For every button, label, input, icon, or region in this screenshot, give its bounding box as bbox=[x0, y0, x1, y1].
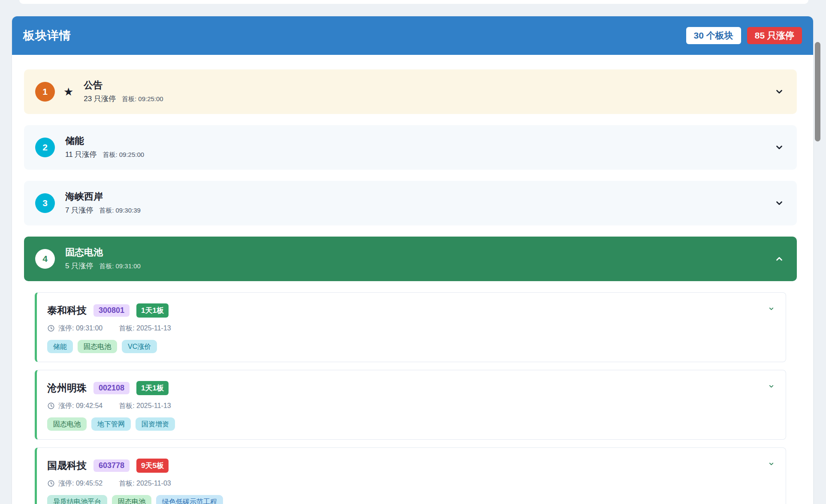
sector-limit-up-count: 5 只涨停 bbox=[65, 261, 93, 271]
limit-up-time: 涨停: 09:31:00 bbox=[58, 324, 102, 333]
stock-name: 沧州明珠 bbox=[47, 381, 87, 395]
board-count-badge: 1天1板 bbox=[136, 381, 169, 395]
sector-info: 储能 11 只涨停 首板: 09:25:00 bbox=[65, 135, 144, 159]
sector-first-board-time: 首板: 09:25:00 bbox=[122, 95, 163, 103]
chevron-down-icon[interactable] bbox=[775, 198, 784, 208]
concept-tag[interactable]: 固态电池 bbox=[112, 495, 151, 504]
first-board-date: 首板: 2025-11-13 bbox=[119, 402, 171, 411]
rank-badge: 1 bbox=[35, 82, 55, 102]
concept-tag[interactable]: VC涨价 bbox=[122, 340, 157, 353]
limit-up-time: 涨停: 09:45:52 bbox=[58, 479, 102, 488]
sector-count-badge: 30 个板块 bbox=[686, 27, 741, 44]
concept-tag[interactable]: 国资增资 bbox=[136, 417, 175, 431]
sector-first-board-time: 首板: 09:30:39 bbox=[99, 207, 141, 215]
panel-header: 板块详情 30 个板块 85 只涨停 bbox=[12, 16, 813, 55]
rank-badge: 2 bbox=[35, 138, 55, 157]
chevron-down-icon[interactable] bbox=[775, 87, 784, 96]
header-badges: 30 个板块 85 只涨停 bbox=[686, 27, 802, 44]
stock-card-guosheng-keji[interactable]: 国晟科技 603778 9天5板 涨停: 09:45:52 首板: 2025-1… bbox=[35, 447, 786, 504]
sector-first-board-time: 首板: 09:25:00 bbox=[102, 151, 144, 159]
stock-code-badge: 002108 bbox=[93, 382, 130, 394]
concept-tag[interactable]: 地下管网 bbox=[91, 417, 131, 431]
sector-first-board-time: 首板: 09:31:00 bbox=[99, 262, 141, 270]
chevron-up-icon[interactable] bbox=[775, 254, 784, 264]
limit-up-count-badge: 85 只涨停 bbox=[747, 27, 802, 44]
chevron-down-icon[interactable] bbox=[775, 143, 784, 152]
sector-info: 公告 23 只涨停 首板: 09:25:00 bbox=[84, 80, 163, 104]
stock-card-cangzhou-mingzhu[interactable]: 沧州明珠 002108 1天1板 涨停: 09:42:54 首板: 2025-1… bbox=[35, 370, 786, 440]
sector-limit-up-count: 23 只涨停 bbox=[84, 94, 116, 104]
first-board-date: 首板: 2025-11-13 bbox=[119, 324, 171, 333]
sector-limit-up-count: 7 只涨停 bbox=[65, 205, 93, 215]
sector-row-haixia-xian[interactable]: 3 海峡西岸 7 只涨停 首板: 09:30:39 bbox=[24, 181, 797, 225]
sector-list: 1 ★ 公告 23 只涨停 首板: 09:25:00 2 储能 11 只涨停 首… bbox=[12, 55, 813, 504]
concept-tag[interactable]: 异质结电池平台 bbox=[47, 495, 107, 504]
concept-tag[interactable]: 固态电池 bbox=[78, 340, 117, 353]
clock-icon bbox=[47, 402, 55, 410]
concept-tag[interactable]: 储能 bbox=[47, 340, 73, 353]
stock-name: 国晟科技 bbox=[47, 459, 87, 472]
sector-info: 固态电池 5 只涨停 首板: 09:31:00 bbox=[65, 247, 141, 271]
clock-icon bbox=[47, 480, 55, 487]
sector-detail-panel: 板块详情 30 个板块 85 只涨停 1 ★ 公告 23 只涨停 首板: 09:… bbox=[12, 16, 813, 504]
chevron-down-icon[interactable] bbox=[768, 306, 775, 312]
sector-name: 海峡西岸 bbox=[65, 191, 141, 202]
board-count-badge: 9天5板 bbox=[136, 459, 169, 473]
stock-code-badge: 603778 bbox=[93, 459, 130, 472]
board-count-badge: 1天1板 bbox=[136, 303, 169, 318]
stock-name: 泰和科技 bbox=[47, 304, 87, 317]
panel-title: 板块详情 bbox=[23, 28, 71, 43]
concept-tag[interactable]: 绿色低碳示范工程 bbox=[156, 495, 223, 504]
star-icon[interactable]: ★ bbox=[63, 86, 73, 97]
first-board-date: 首板: 2025-11-03 bbox=[119, 479, 171, 488]
scrollbar-thumb[interactable] bbox=[815, 42, 820, 141]
sector-info: 海峡西岸 7 只涨停 首板: 09:30:39 bbox=[65, 191, 141, 215]
rank-badge: 3 bbox=[35, 193, 55, 213]
concept-tag[interactable]: 固态电池 bbox=[47, 417, 87, 431]
sector-row-gutai-dianchi[interactable]: 4 固态电池 5 只涨停 首板: 09:31:00 bbox=[24, 237, 797, 281]
rank-badge: 4 bbox=[35, 249, 55, 269]
expanded-stock-list: 泰和科技 300801 1天1板 涨停: 09:31:00 首板: 2025-1… bbox=[35, 292, 786, 504]
sector-row-gonggao[interactable]: 1 ★ 公告 23 只涨停 首板: 09:25:00 bbox=[24, 69, 797, 114]
sector-name: 公告 bbox=[84, 80, 163, 91]
sector-row-chuneng[interactable]: 2 储能 11 只涨停 首板: 09:25:00 bbox=[24, 125, 797, 170]
stock-code-badge: 300801 bbox=[93, 304, 130, 317]
stock-card-taihe-keji[interactable]: 泰和科技 300801 1天1板 涨停: 09:31:00 首板: 2025-1… bbox=[35, 292, 786, 362]
clock-icon bbox=[47, 324, 55, 332]
sector-limit-up-count: 11 只涨停 bbox=[65, 150, 96, 159]
previous-card-bottom-edge bbox=[19, 0, 808, 4]
chevron-down-icon[interactable] bbox=[768, 383, 775, 390]
sector-name: 储能 bbox=[65, 135, 144, 147]
sector-name: 固态电池 bbox=[65, 247, 141, 258]
chevron-down-icon[interactable] bbox=[768, 461, 775, 467]
limit-up-time: 涨停: 09:42:54 bbox=[58, 402, 102, 411]
